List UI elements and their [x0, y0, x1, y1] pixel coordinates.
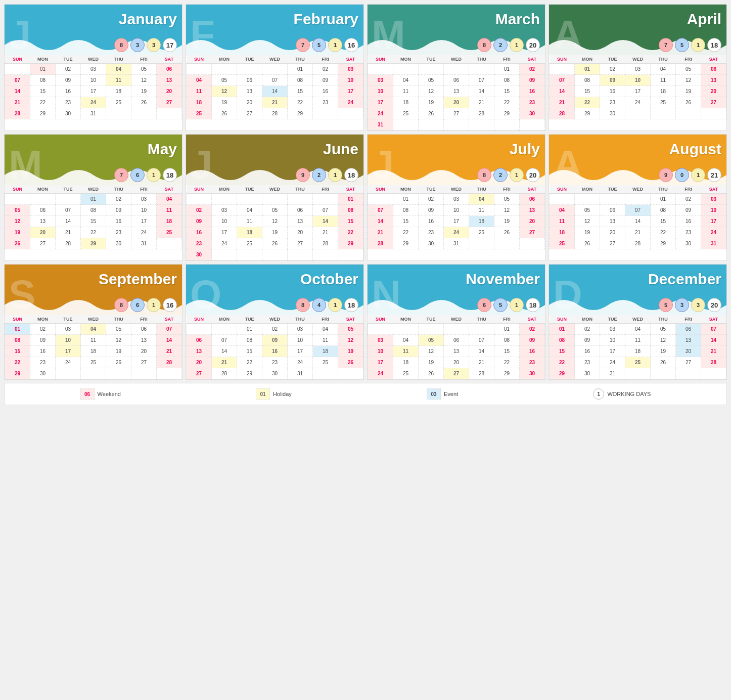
- calendar-day[interactable]: 15: [575, 86, 600, 97]
- calendar-day[interactable]: 24: [56, 357, 81, 368]
- calendar-day[interactable]: 07: [5, 75, 30, 86]
- calendar-day[interactable]: 21: [212, 357, 237, 368]
- calendar-day[interactable]: 27: [600, 238, 625, 249]
- calendar-day[interactable]: 29: [575, 108, 600, 119]
- calendar-day[interactable]: 23: [419, 227, 444, 238]
- calendar-day[interactable]: 06: [520, 194, 545, 205]
- calendar-day[interactable]: 21: [262, 97, 288, 108]
- calendar-day[interactable]: 28: [262, 108, 288, 119]
- calendar-day[interactable]: 26: [262, 238, 288, 249]
- calendar-day[interactable]: 08: [393, 205, 419, 216]
- calendar-day[interactable]: 21: [313, 227, 338, 238]
- calendar-day[interactable]: 05: [419, 75, 444, 86]
- calendar-day[interactable]: 17: [625, 86, 651, 97]
- calendar-day[interactable]: 07: [550, 75, 575, 86]
- calendar-day[interactable]: 04: [625, 324, 651, 335]
- calendar-day[interactable]: 07: [469, 335, 494, 346]
- calendar-day[interactable]: 15: [393, 216, 419, 227]
- calendar-day[interactable]: 03: [600, 324, 625, 335]
- calendar-day[interactable]: 19: [676, 86, 701, 97]
- calendar-day[interactable]: 31: [701, 238, 726, 249]
- calendar-day[interactable]: 15: [288, 86, 313, 97]
- calendar-day[interactable]: 22: [393, 227, 419, 238]
- calendar-day[interactable]: 07: [262, 75, 288, 86]
- calendar-day[interactable]: 05: [262, 205, 288, 216]
- calendar-day[interactable]: 22: [550, 357, 575, 368]
- calendar-day[interactable]: 28: [212, 368, 237, 379]
- calendar-day[interactable]: 15: [494, 86, 520, 97]
- calendar-day[interactable]: 14: [469, 86, 494, 97]
- calendar-day[interactable]: 16: [520, 86, 545, 97]
- calendar-day[interactable]: 22: [651, 227, 676, 238]
- calendar-day[interactable]: 21: [625, 227, 651, 238]
- calendar-day[interactable]: 04: [157, 194, 182, 205]
- calendar-day[interactable]: 23: [106, 227, 131, 238]
- calendar-day[interactable]: 20: [288, 227, 313, 238]
- calendar-day[interactable]: 25: [393, 108, 419, 119]
- calendar-day[interactable]: 16: [262, 346, 288, 357]
- calendar-day[interactable]: 31: [368, 119, 393, 130]
- calendar-day[interactable]: 06: [676, 324, 701, 335]
- calendar-day[interactable]: 22: [237, 357, 262, 368]
- calendar-day[interactable]: 29: [288, 108, 313, 119]
- calendar-day[interactable]: 23: [676, 227, 701, 238]
- calendar-day[interactable]: 07: [625, 205, 651, 216]
- calendar-day[interactable]: 03: [56, 324, 81, 335]
- calendar-day[interactable]: 20: [187, 357, 212, 368]
- calendar-day[interactable]: 01: [494, 324, 520, 335]
- calendar-day[interactable]: 24: [444, 227, 469, 238]
- calendar-day[interactable]: 04: [187, 75, 212, 86]
- calendar-day[interactable]: 25: [625, 357, 651, 368]
- calendar-day[interactable]: 09: [262, 335, 288, 346]
- calendar-day[interactable]: 28: [625, 238, 651, 249]
- calendar-day[interactable]: 29: [30, 108, 56, 119]
- calendar-day[interactable]: 03: [81, 64, 106, 75]
- calendar-day[interactable]: 11: [393, 86, 419, 97]
- calendar-day[interactable]: 05: [575, 205, 600, 216]
- calendar-day[interactable]: 20: [701, 86, 726, 97]
- calendar-day[interactable]: 28: [701, 357, 726, 368]
- calendar-day[interactable]: 12: [131, 75, 157, 86]
- calendar-day[interactable]: 17: [212, 227, 237, 238]
- calendar-day[interactable]: 01: [575, 64, 600, 75]
- calendar-day[interactable]: 08: [494, 335, 520, 346]
- calendar-day[interactable]: 21: [550, 97, 575, 108]
- calendar-day[interactable]: 24: [131, 227, 157, 238]
- calendar-day[interactable]: 27: [676, 357, 701, 368]
- calendar-day[interactable]: 19: [212, 97, 237, 108]
- calendar-day[interactable]: 18: [187, 97, 212, 108]
- calendar-day[interactable]: 28: [469, 108, 494, 119]
- calendar-day[interactable]: 01: [81, 194, 106, 205]
- calendar-day[interactable]: 13: [187, 346, 212, 357]
- calendar-day[interactable]: 21: [5, 97, 30, 108]
- calendar-day[interactable]: 03: [701, 194, 726, 205]
- calendar-day[interactable]: 27: [701, 97, 726, 108]
- calendar-day[interactable]: 14: [262, 86, 288, 97]
- calendar-day[interactable]: 02: [106, 194, 131, 205]
- calendar-day[interactable]: 21: [368, 227, 393, 238]
- calendar-day[interactable]: 18: [469, 216, 494, 227]
- calendar-day[interactable]: 20: [676, 346, 701, 357]
- calendar-day[interactable]: 26: [419, 368, 444, 379]
- calendar-day[interactable]: 09: [676, 205, 701, 216]
- calendar-day[interactable]: 22: [494, 357, 520, 368]
- calendar-day[interactable]: 27: [131, 357, 157, 368]
- calendar-day[interactable]: 06: [30, 205, 56, 216]
- calendar-day[interactable]: 11: [106, 75, 131, 86]
- calendar-day[interactable]: 02: [313, 64, 338, 75]
- calendar-day[interactable]: 07: [157, 324, 182, 335]
- calendar-day[interactable]: 10: [81, 75, 106, 86]
- calendar-day[interactable]: 18: [625, 346, 651, 357]
- calendar-day[interactable]: 19: [262, 227, 288, 238]
- calendar-day[interactable]: 29: [393, 238, 419, 249]
- calendar-day[interactable]: 31: [444, 238, 469, 249]
- calendar-day[interactable]: 11: [393, 346, 419, 357]
- calendar-day[interactable]: 10: [288, 335, 313, 346]
- calendar-day[interactable]: 11: [625, 335, 651, 346]
- calendar-day[interactable]: 13: [600, 216, 625, 227]
- calendar-day[interactable]: 01: [30, 64, 56, 75]
- calendar-day[interactable]: 14: [469, 346, 494, 357]
- calendar-day[interactable]: 10: [701, 205, 726, 216]
- calendar-day[interactable]: 15: [494, 346, 520, 357]
- calendar-day[interactable]: 02: [419, 194, 444, 205]
